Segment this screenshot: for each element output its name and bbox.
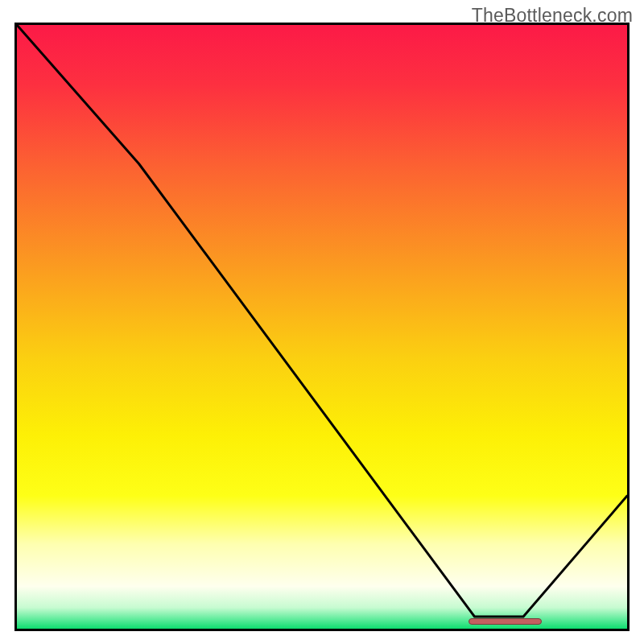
bottleneck-curve [17,25,627,617]
plot-frame [14,23,630,631]
chart-container: TheBottleneck.com [0,0,644,644]
curve-layer [17,25,627,629]
optimal-range-marker [469,618,542,625]
